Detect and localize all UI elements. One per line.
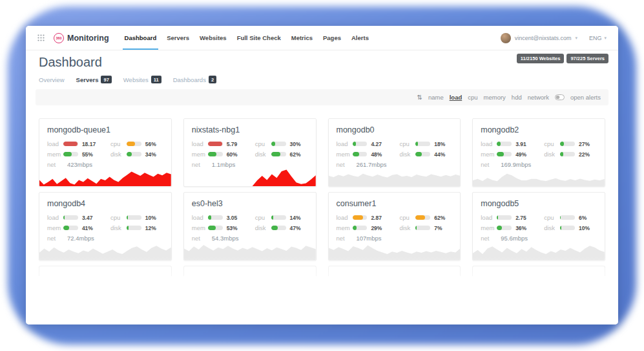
metric-label: mem bbox=[337, 151, 353, 158]
server-card[interactable]: es0-hel3 load 3.05 mem bbox=[183, 192, 317, 261]
language-selector[interactable]: ENG ▾ bbox=[589, 35, 607, 41]
nav-tab-servers[interactable]: Servers bbox=[167, 26, 189, 50]
sort-option-cpu[interactable]: cpu bbox=[468, 94, 477, 101]
metric-value: 48% bbox=[371, 151, 389, 158]
sort-option-name[interactable]: name bbox=[428, 94, 444, 101]
server-card[interactable]: mongodb0 load 4.27 mem bbox=[328, 118, 461, 187]
server-name: mongodb-queue1 bbox=[47, 125, 163, 134]
metric-bar-track bbox=[560, 226, 575, 230]
card-body: mongodb-queue1 load 18.17 mem bbox=[39, 119, 171, 171]
nav-tab-metrics[interactable]: Metrics bbox=[291, 26, 313, 50]
sparkline-chart bbox=[184, 165, 316, 186]
app-grid-icon[interactable] bbox=[37, 34, 45, 41]
metric-label: disk bbox=[399, 224, 415, 231]
metric-bar-track bbox=[560, 142, 575, 146]
sort-option-hdd[interactable]: hdd bbox=[512, 94, 522, 101]
sparkline-chart bbox=[473, 239, 605, 260]
server-card[interactable]: mongodb4 load 3.47 mem bbox=[39, 192, 172, 261]
server-name: mongodb0 bbox=[337, 125, 453, 134]
metric-bar-track bbox=[127, 142, 141, 146]
subtab-label: Overview bbox=[39, 76, 65, 83]
metric-bar-track bbox=[63, 142, 78, 146]
metric-bar-track bbox=[208, 226, 223, 230]
metric-bar-fill bbox=[271, 215, 273, 220]
server-card[interactable]: mongodb-queue1 load 18.17 mem bbox=[39, 118, 172, 187]
metric-value: 55% bbox=[82, 151, 100, 158]
metric-bar-fill bbox=[415, 226, 417, 230]
metric-label: cpu bbox=[110, 140, 127, 147]
metric-label: mem bbox=[481, 151, 497, 158]
count-badge: 97 bbox=[101, 76, 111, 83]
server-card[interactable]: mongodb2 load 3.91 mem bbox=[472, 118, 605, 187]
metric-label: disk bbox=[399, 151, 415, 158]
nav-tab-pages[interactable]: Pages bbox=[323, 26, 341, 50]
metric-label: cpu bbox=[544, 140, 560, 147]
metric-value: 49% bbox=[515, 151, 534, 158]
metric-bar-track bbox=[271, 142, 286, 146]
metric-bar-track bbox=[208, 152, 223, 156]
card-partial bbox=[39, 266, 172, 276]
metric-value: 34% bbox=[145, 151, 163, 158]
metric-value: 3.47 bbox=[82, 215, 100, 221]
metric-bar-fill bbox=[63, 152, 72, 156]
metric-value: 30% bbox=[290, 141, 308, 147]
server-name: es0-hel3 bbox=[192, 199, 308, 208]
metric-label: mem bbox=[481, 224, 497, 231]
metric-disk: disk 10% bbox=[544, 224, 597, 231]
server-name: mongodb5 bbox=[481, 199, 597, 208]
app-window: 360 Monitoring Dashboard Servers Website… bbox=[26, 26, 618, 324]
server-card[interactable]: consumer1 load 2.87 mem bbox=[328, 192, 461, 261]
metric-mem: mem 53% bbox=[192, 224, 245, 231]
metric-bar-fill bbox=[63, 226, 69, 230]
metric-label: mem bbox=[47, 224, 63, 231]
metric-cpu: cpu 10% bbox=[110, 214, 163, 221]
metric-label: disk bbox=[110, 151, 127, 158]
metric-bar-fill bbox=[63, 142, 78, 146]
status-badges: 11/2150 Websites 97/225 Servers bbox=[517, 54, 608, 63]
metric-bar-track bbox=[127, 215, 141, 220]
server-name: mongodb4 bbox=[47, 199, 163, 208]
metric-value: 18.17 bbox=[82, 141, 100, 147]
logo[interactable]: 360 Monitoring bbox=[54, 33, 109, 43]
metric-cpu: cpu 56% bbox=[110, 140, 163, 147]
nav-tab-full-site-check[interactable]: Full Site Check bbox=[237, 26, 281, 50]
toggle-switch-icon[interactable] bbox=[555, 94, 565, 100]
sort-option-load[interactable]: load bbox=[450, 94, 462, 101]
nav-tab-websites[interactable]: Websites bbox=[200, 26, 227, 50]
user-email[interactable]: vincent@nixstats.com bbox=[515, 35, 572, 41]
server-card[interactable]: mongodb5 load 2.75 mem bbox=[472, 192, 605, 261]
metric-cpu: cpu 30% bbox=[255, 140, 308, 147]
server-card[interactable]: nixstats-nbg1 load 5.79 mem bbox=[183, 118, 317, 187]
user-avatar[interactable] bbox=[501, 33, 511, 43]
metric-value: 2.87 bbox=[371, 215, 389, 221]
metric-load: load 3.05 bbox=[192, 214, 245, 221]
metric-load: load 5.79 bbox=[192, 140, 245, 147]
metric-bar-track bbox=[208, 142, 223, 146]
metric-bar-track bbox=[271, 226, 286, 230]
metric-bar-track bbox=[353, 142, 368, 146]
metric-bar-track bbox=[63, 226, 78, 230]
metric-bar-track bbox=[353, 152, 368, 156]
metric-label: disk bbox=[110, 224, 127, 231]
subtab-overview[interactable]: Overview bbox=[39, 76, 65, 83]
metric-cpu: cpu 6% bbox=[544, 214, 597, 221]
metric-load: load 3.47 bbox=[47, 214, 100, 221]
metric-mem: mem 29% bbox=[337, 224, 390, 231]
metric-bar-fill bbox=[63, 215, 65, 220]
subtab-servers[interactable]: Servers 97 bbox=[76, 76, 112, 83]
metric-bar-fill bbox=[127, 142, 135, 146]
metric-bar-track bbox=[127, 152, 141, 156]
nav-tab-alerts[interactable]: Alerts bbox=[351, 26, 369, 50]
subtab-websites[interactable]: Websites 11 bbox=[123, 76, 161, 83]
metric-label: cpu bbox=[399, 140, 415, 147]
metric-bar-track bbox=[271, 152, 286, 156]
sort-option-memory[interactable]: memory bbox=[484, 94, 506, 101]
card-partial bbox=[183, 266, 317, 276]
metric-disk: disk 7% bbox=[399, 224, 452, 231]
sort-option-open-alerts[interactable]: open alerts bbox=[570, 94, 601, 101]
sparkline-chart bbox=[39, 165, 171, 186]
nav-tab-dashboard[interactable]: Dashboard bbox=[125, 26, 157, 50]
sort-option-network[interactable]: network bbox=[528, 94, 549, 101]
metric-bar-fill bbox=[271, 152, 280, 156]
subtab-dashboards[interactable]: Dashboards 2 bbox=[173, 76, 216, 83]
